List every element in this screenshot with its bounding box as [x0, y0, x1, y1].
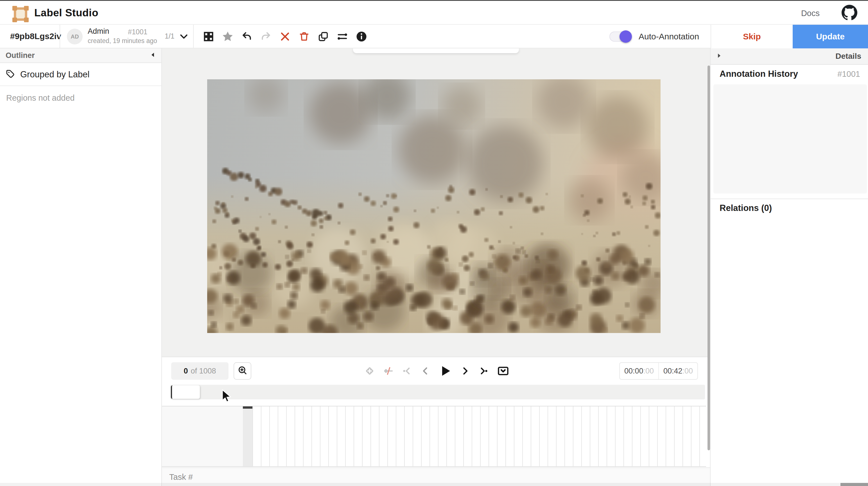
task-label: Task # — [169, 473, 193, 482]
timeline-frame-gridlines — [252, 406, 706, 466]
auto-annotation-toggle[interactable] — [610, 31, 631, 41]
playback-controls — [364, 362, 509, 380]
details-header: Details — [711, 48, 868, 65]
total-time-value: 00:42 — [663, 367, 682, 375]
update-button[interactable]: Update — [793, 25, 868, 48]
total-time: 00:42:00 — [659, 363, 698, 379]
settings-icon[interactable] — [337, 31, 348, 42]
tag-icon — [6, 69, 15, 80]
grouping-label: Grouped by Label — [20, 69, 89, 80]
relations-title: Relations (0) — [720, 203, 772, 213]
label-studio-logo-icon — [12, 6, 29, 22]
auto-annotation-label: Auto-Annotation — [639, 32, 699, 41]
timeline-playhead-cap[interactable] — [243, 406, 252, 409]
floating-toolbar-edge — [353, 48, 519, 53]
auto-annotation-control: Auto-Annotation — [610, 25, 699, 48]
divider — [60, 25, 60, 48]
annotation-history-title: Annotation History — [720, 69, 798, 79]
video-frame-art — [207, 79, 660, 333]
details-panel: Details Annotation History #1001 Relatio… — [710, 48, 868, 486]
duplicate-icon[interactable] — [318, 31, 329, 42]
next-keypoint-icon[interactable] — [478, 366, 489, 376]
github-icon[interactable] — [842, 5, 857, 21]
chevron-down-icon[interactable] — [179, 31, 189, 41]
zoom-in-icon — [238, 365, 248, 377]
horizontal-scrollbar-track[interactable] — [0, 483, 868, 486]
expand-panel-icon[interactable] — [716, 53, 722, 60]
window-top-edge — [0, 0, 868, 1]
divider — [193, 25, 194, 48]
timeline-region-list — [162, 406, 243, 466]
info-icon[interactable] — [356, 31, 367, 42]
star-icon[interactable] — [222, 31, 233, 42]
undo-icon[interactable] — [241, 31, 252, 42]
play-button[interactable] — [438, 366, 452, 376]
timeline-playhead-column[interactable] — [243, 406, 252, 466]
keypoint-add-icon[interactable] — [364, 366, 375, 376]
mouse-cursor — [221, 389, 231, 403]
prev-frame-icon[interactable] — [420, 366, 431, 376]
vertical-scrollbar[interactable] — [708, 65, 710, 450]
regions-empty-message: Regions not added — [6, 93, 74, 103]
seek-viewport-handle[interactable] — [171, 385, 200, 399]
annotation-created: created, 19 minutes ago — [88, 37, 157, 45]
grouping-selector[interactable]: Grouped by Label — [0, 63, 161, 86]
annotator-name: Admin — [88, 27, 110, 36]
outliner-title: Outliner — [6, 51, 35, 60]
prev-keypoint-icon[interactable] — [401, 366, 412, 376]
next-frame-icon[interactable] — [460, 366, 470, 376]
app-title: Label Studio — [34, 7, 98, 19]
annotation-toolbar: #9pb8Lgs2iv AD Admin #1001 created, 19 m… — [0, 25, 868, 48]
collapse-timeline-icon[interactable] — [497, 366, 509, 376]
annotator-avatar[interactable]: AD — [67, 29, 83, 45]
current-time[interactable]: 00:00:00 — [620, 363, 659, 379]
interpolation-disabled-icon[interactable] — [383, 366, 394, 376]
docs-link[interactable]: Docs — [801, 9, 820, 18]
annotation-id: #1001 — [128, 28, 148, 36]
toggle-knob — [620, 30, 632, 43]
timeline-grid[interactable] — [162, 406, 706, 467]
grid-view-icon[interactable] — [203, 31, 214, 42]
total-time-frames: :00 — [682, 367, 693, 375]
total-frames: of 1008 — [191, 367, 216, 375]
annotation-history-header: Annotation History #1001 — [711, 65, 868, 83]
seek-track[interactable] — [170, 385, 705, 399]
current-time-value: 00:00 — [624, 367, 643, 375]
zoom-button[interactable] — [234, 362, 251, 380]
collapse-panel-icon[interactable] — [150, 52, 156, 59]
annotation-pagination: 1/1 — [165, 32, 175, 40]
annotation-history-empty-area — [713, 84, 867, 194]
app-header: Label Studio Docs — [0, 1, 868, 25]
outliner-header: Outliner — [0, 48, 161, 63]
redo-icon[interactable] — [260, 31, 272, 42]
time-display: 00:00:00 00:42:00 — [619, 362, 698, 380]
skip-button[interactable]: Skip — [711, 25, 793, 48]
current-frame: 0 — [184, 367, 188, 375]
details-title: Details — [835, 52, 861, 61]
task-id: #9pb8Lgs2iv — [10, 31, 61, 41]
video-frame[interactable] — [207, 79, 660, 333]
frame-counter[interactable]: 0 of 1008 — [171, 362, 228, 380]
annotation-history-id: #1001 — [837, 69, 860, 79]
delete-icon[interactable] — [299, 31, 310, 42]
reject-icon[interactable] — [279, 31, 291, 42]
horizontal-scrollbar-thumb[interactable] — [840, 483, 868, 486]
current-time-frames: :00 — [643, 367, 654, 375]
relations-section[interactable]: Relations (0) — [711, 199, 868, 217]
toolbar-icon-group — [198, 25, 367, 48]
outliner-panel: Outliner Grouped by Label Regions not ad… — [0, 48, 162, 486]
